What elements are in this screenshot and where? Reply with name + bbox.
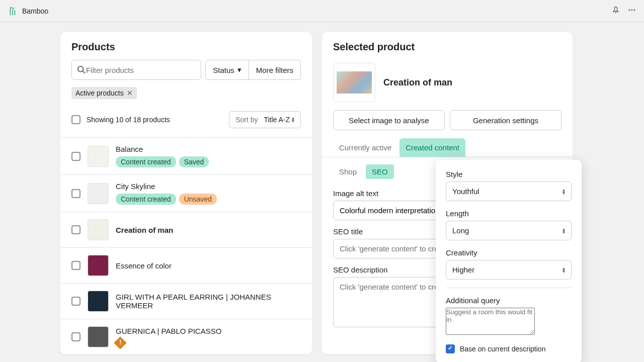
products-title: Products [60,32,312,60]
product-title: Creation of man [116,226,173,234]
product-row[interactable]: GIRL WITH A PEARL EARRING | JOHANNES VER… [60,283,312,319]
caret-down-icon: ▾ [237,65,242,74]
product-row[interactable]: BalanceContent createdSaved [60,137,312,174]
base-on-current-label: Base on current description [460,345,545,353]
product-thumbnail [88,326,109,347]
status-filter-button[interactable]: Status ▾ [205,60,249,80]
product-thumbnail [88,291,109,312]
creativity-select[interactable]: Higher ▴▾ [446,260,572,280]
close-icon[interactable]: ✕ [127,89,133,97]
select-caret-icon: ▴▾ [562,267,565,273]
product-thumbnail [88,146,109,167]
product-checkbox[interactable] [71,297,80,306]
product-checkbox[interactable] [71,152,80,161]
more-filters-button[interactable]: More filters [249,60,301,80]
filter-chip-active-products[interactable]: Active products ✕ [71,87,137,99]
select-caret-icon: ▴▾ [562,189,565,195]
style-label: Style [446,170,572,178]
base-on-current-checkbox[interactable] [446,344,455,353]
search-input[interactable] [86,66,196,74]
product-row[interactable]: City SkylineContent createdUnsaved [60,174,312,212]
product-row[interactable]: Essence of color [60,247,312,283]
search-icon [77,65,86,74]
top-bar: Bamboo [0,0,644,22]
status-tag: Content created [116,156,176,167]
length-select[interactable]: Long ▴▾ [446,221,572,240]
select-caret-icon: ▴▾ [562,228,565,234]
app-name: Bamboo [22,7,48,15]
product-checkbox[interactable] [71,261,80,270]
selected-product-panel: Selected product Creation of man Select … [322,32,573,354]
pin-icon[interactable] [612,6,620,16]
svg-point-2 [634,10,635,11]
product-checkbox[interactable] [71,189,80,198]
tab-created-content[interactable]: Created content [399,138,465,157]
product-title: Balance [116,145,209,153]
subtab-seo[interactable]: SEO [366,164,394,179]
sort-caret-icon: ▴▾ [292,117,294,123]
svg-point-1 [631,10,633,11]
product-title: Essence of color [116,261,172,270]
product-checkbox[interactable] [71,332,80,341]
svg-point-0 [629,10,630,11]
selected-product-title: Selected product [333,41,561,53]
warning-icon [114,336,126,349]
style-select[interactable]: Youthful ▴▾ [446,182,572,201]
product-row[interactable]: Creation of man [60,212,312,247]
product-title: GIRL WITH A PEARL EARRING | JOHANNES VER… [116,293,301,310]
search-input-wrapper[interactable] [71,60,201,80]
product-title: GUERNICA | PABLO PICASSO [116,327,221,335]
additional-query-label: Additional query [446,296,572,305]
product-thumbnail [88,219,109,240]
subtab-shop[interactable]: Shop [333,164,363,179]
selected-thumbnail [333,63,375,102]
selected-product-name: Creation of man [383,77,452,88]
status-tag: Saved [179,156,209,167]
product-title: City Skyline [116,182,217,191]
product-row[interactable]: GUERNICA | PABLO PICASSO [60,319,312,354]
more-icon[interactable] [628,6,636,16]
length-label: Length [446,209,572,218]
content-tabs: Currently activeCreated content [322,138,573,157]
showing-count: Showing 10 of 18 products [87,116,170,124]
product-list: BalanceContent createdSavedCity SkylineC… [60,137,312,354]
svg-line-4 [83,71,86,74]
products-panel: Products Status ▾ More filters Active pr… [60,32,312,354]
generation-settings-popup: Style Youthful ▴▾ Length Long ▴▾ Creativ… [436,160,582,362]
product-thumbnail [88,183,109,204]
status-tag: Unsaved [179,194,217,205]
tab-currently-active[interactable]: Currently active [333,138,397,157]
select-image-button[interactable]: Select image to analyse [333,110,445,130]
sort-button[interactable]: Sort by Title A-Z ▴▾ [229,111,301,128]
generation-settings-button[interactable]: Generation settings [450,110,561,130]
status-tag: Content created [116,194,176,205]
product-thumbnail [88,255,109,276]
app-logo [8,7,17,16]
svg-point-3 [78,66,84,72]
select-all-checkbox[interactable] [71,115,80,124]
additional-query-input[interactable] [446,308,535,335]
creativity-label: Creativity [446,248,572,257]
product-checkbox[interactable] [71,225,80,234]
